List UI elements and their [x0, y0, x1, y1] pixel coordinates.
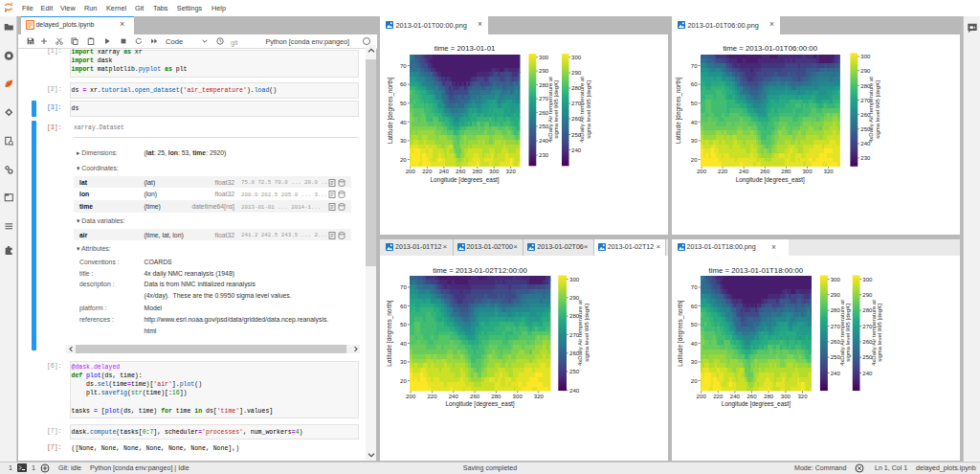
- svg-text:60: 60: [399, 80, 406, 87]
- svg-text:290: 290: [860, 66, 871, 73]
- svg-text:40: 40: [399, 118, 406, 124]
- svg-text:time = 2013-01-01T18:00:00: time = 2013-01-01T18:00:00: [708, 265, 803, 274]
- svg-text:260: 260: [470, 392, 480, 398]
- svg-text:300: 300: [569, 275, 580, 282]
- svg-text:300: 300: [512, 392, 523, 398]
- svg-text:time = 2013-01-01: time = 2013-01-01: [434, 43, 495, 52]
- svg-text:time = 2013-01-02T12:00:00: time = 2013-01-02T12:00:00: [433, 265, 527, 274]
- svg-text:50: 50: [690, 99, 697, 105]
- svg-text:40: 40: [690, 118, 697, 124]
- svg-text:230: 230: [539, 151, 549, 158]
- svg-text:sigma level 995 [degK]: sigma level 995 [degK]: [585, 79, 590, 138]
- svg-text:sigma level 995 [degK]: sigma level 995 [degK]: [874, 79, 880, 138]
- svg-text:300: 300: [862, 275, 873, 282]
- svg-text:Latitude [degrees_north]: Latitude [degrees_north]: [677, 300, 684, 367]
- svg-text:50: 50: [400, 321, 407, 327]
- svg-text:300: 300: [802, 168, 813, 174]
- svg-text:290: 290: [539, 67, 549, 74]
- svg-text:50: 50: [399, 99, 406, 105]
- svg-text:320: 320: [797, 392, 808, 398]
- svg-text:300: 300: [780, 392, 791, 398]
- svg-text:200: 200: [696, 168, 706, 174]
- svg-text:250: 250: [569, 368, 580, 374]
- svg-text:Latitude [degrees_north]: Latitude [degrees_north]: [675, 77, 682, 144]
- svg-text:60: 60: [400, 302, 407, 308]
- svg-text:260: 260: [456, 168, 466, 174]
- svg-text:Longitude [degrees_east]: Longitude [degrees_east]: [445, 399, 514, 407]
- svg-text:240: 240: [438, 168, 449, 174]
- svg-text:300: 300: [830, 275, 840, 282]
- svg-text:300: 300: [571, 53, 582, 59]
- svg-text:290: 290: [862, 291, 873, 298]
- svg-text:20: 20: [399, 155, 406, 162]
- svg-text:60: 60: [690, 80, 697, 87]
- svg-text:280: 280: [781, 168, 791, 174]
- svg-text:time = 2013-01-01T06:00:00: time = 2013-01-01T06:00:00: [723, 43, 817, 52]
- svg-text:280: 280: [491, 392, 501, 398]
- svg-text:320: 320: [533, 392, 544, 398]
- svg-text:220: 220: [713, 392, 724, 398]
- svg-text:200: 200: [696, 392, 706, 398]
- svg-text:280: 280: [472, 168, 482, 174]
- svg-text:30: 30: [690, 137, 697, 144]
- svg-text:Longitude [degrees_east]: Longitude [degrees_east]: [721, 399, 790, 407]
- svg-text:sigma level 995 [degK]: sigma level 995 [degK]: [877, 303, 882, 361]
- svg-text:240: 240: [448, 392, 458, 398]
- svg-text:Latitude [degrees_north]: Latitude [degrees_north]: [387, 77, 394, 144]
- svg-text:220: 220: [427, 392, 437, 398]
- svg-text:4xDaily Air temperature at: 4xDaily Air temperature at: [579, 76, 585, 142]
- svg-text:240: 240: [571, 146, 582, 152]
- svg-text:300: 300: [539, 53, 549, 59]
- svg-text:70: 70: [690, 61, 697, 68]
- svg-text:40: 40: [400, 339, 407, 346]
- svg-text:240: 240: [830, 369, 840, 375]
- svg-text:Longitude [degrees_east]: Longitude [degrees_east]: [430, 176, 499, 184]
- svg-text:sigma level 995 [degK]: sigma level 995 [degK]: [583, 303, 589, 361]
- svg-text:220: 220: [422, 168, 433, 174]
- svg-text:320: 320: [505, 168, 516, 174]
- svg-text:240: 240: [739, 168, 749, 174]
- svg-text:70: 70: [399, 61, 406, 68]
- svg-text:240: 240: [862, 369, 873, 375]
- svg-text:40: 40: [690, 339, 697, 346]
- svg-text:4xDaily Air temperature at: 4xDaily Air temperature at: [838, 299, 844, 365]
- svg-text:sigma level 995 [degK]: sigma level 995 [degK]: [845, 303, 851, 361]
- svg-text:220: 220: [718, 168, 728, 174]
- svg-text:4xDaily Air temperature at: 4xDaily Air temperature at: [868, 76, 874, 142]
- svg-text:20: 20: [690, 155, 697, 162]
- svg-text:60: 60: [690, 302, 697, 308]
- svg-text:20: 20: [690, 376, 697, 383]
- svg-text:70: 70: [690, 283, 697, 290]
- svg-text:30: 30: [400, 358, 407, 365]
- svg-text:30: 30: [690, 358, 697, 365]
- svg-text:4xDaily Air temperature at: 4xDaily Air temperature at: [577, 299, 583, 365]
- svg-text:4xDaily Air temperature at: 4xDaily Air temperature at: [870, 299, 876, 365]
- svg-text:290: 290: [830, 291, 840, 298]
- svg-text:4xDaily Air temperature at: 4xDaily Air temperature at: [546, 76, 552, 142]
- svg-text:290: 290: [569, 294, 580, 301]
- svg-text:280: 280: [764, 392, 774, 398]
- svg-text:240: 240: [569, 386, 580, 393]
- svg-text:50: 50: [690, 321, 697, 327]
- svg-text:290: 290: [571, 69, 582, 76]
- svg-text:30: 30: [399, 137, 406, 144]
- svg-text:230: 230: [860, 154, 871, 161]
- svg-text:300: 300: [489, 168, 500, 174]
- svg-text:240: 240: [729, 392, 740, 398]
- svg-text:70: 70: [400, 283, 407, 290]
- svg-text:Longitude [degrees_east]: Longitude [degrees_east]: [735, 176, 804, 184]
- svg-text:260: 260: [746, 392, 757, 398]
- svg-text:300: 300: [860, 53, 871, 59]
- svg-text:200: 200: [406, 392, 416, 398]
- svg-text:260: 260: [760, 168, 770, 174]
- svg-text:320: 320: [823, 168, 834, 174]
- svg-text:Latitude [degrees_north]: Latitude [degrees_north]: [386, 300, 393, 367]
- svg-text:200: 200: [405, 168, 415, 174]
- svg-text:20: 20: [400, 376, 407, 383]
- svg-text:sigma level 995 [degK]: sigma level 995 [degK]: [553, 79, 559, 138]
